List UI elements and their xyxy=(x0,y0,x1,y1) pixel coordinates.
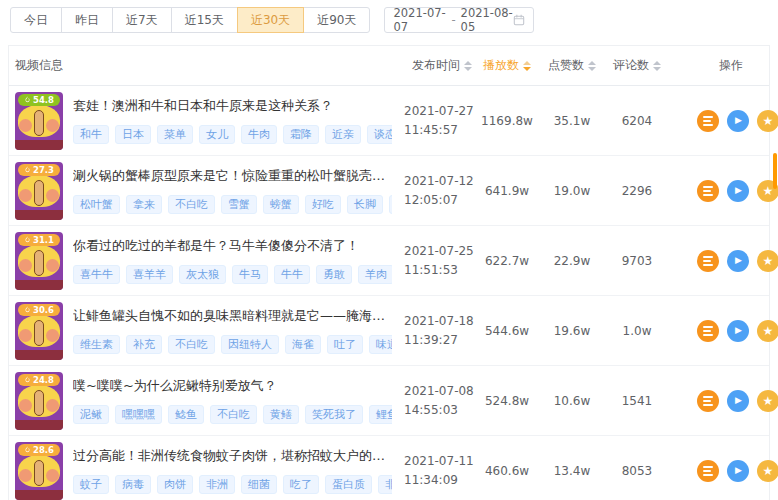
play-video-button[interactable]: ▶ xyxy=(727,390,749,412)
column-header-comment-count[interactable]: 评论数 xyxy=(607,57,667,74)
data-analysis-button[interactable] xyxy=(697,110,719,132)
date-range-start: 2021-07-07 xyxy=(393,6,446,34)
score-badge: 31.1 xyxy=(18,234,60,246)
video-meta: 你看过的吃过的羊都是牛？马牛羊傻傻分不清了！ 喜牛牛喜羊羊灰太狼牛马牛牛勇敢羊肉… xyxy=(73,237,392,284)
sort-carets-icon[interactable] xyxy=(464,61,472,71)
column-label: 操作 xyxy=(719,57,743,74)
video-tag: 因纽特人 xyxy=(221,335,279,354)
bars-icon xyxy=(703,326,713,336)
video-title[interactable]: 过分高能！非洲传统食物蚊子肉饼，堪称招蚊大户的翻身菜！ xyxy=(73,447,392,465)
publish-date: 2021-07-18 xyxy=(404,312,477,331)
quick-range-button-3[interactable]: 近15天 xyxy=(171,7,238,33)
score-badge: 30.6 xyxy=(18,304,60,316)
play-icon: ▶ xyxy=(735,396,742,405)
favorite-button[interactable]: ★ xyxy=(757,390,778,412)
column-header-like-count[interactable]: 点赞数 xyxy=(537,57,607,74)
video-tag: 海雀 xyxy=(285,335,321,354)
video-thumbnail[interactable]: 27.3 xyxy=(15,162,63,220)
video-thumbnail[interactable]: 31.1 xyxy=(15,232,63,290)
video-tag: 好吃 xyxy=(305,195,341,214)
play-icon: ▶ xyxy=(735,116,742,125)
thumbnail-art xyxy=(34,320,44,346)
video-thumbnail[interactable]: 24.8 xyxy=(15,372,63,430)
video-tag: 非洲 xyxy=(199,475,235,494)
column-label: 评论数 xyxy=(613,57,649,74)
like-count: 10.6w xyxy=(537,394,607,408)
score-badge: 24.8 xyxy=(18,374,60,386)
play-count: 622.7w xyxy=(477,254,537,268)
thumbnail-art xyxy=(46,189,59,202)
video-title[interactable]: 让鲱鱼罐头自愧不如的臭味黑暗料理就是它——腌海雀！ xyxy=(73,307,392,325)
favorite-button[interactable]: ★ xyxy=(757,460,778,482)
play-video-button[interactable]: ▶ xyxy=(727,460,749,482)
video-tag: 维生素 xyxy=(73,335,120,354)
quick-range-button-0[interactable]: 今日 xyxy=(10,7,62,33)
actions-cell: ▶ ★ xyxy=(667,460,778,482)
sort-carets-icon[interactable] xyxy=(588,61,596,71)
data-analysis-button[interactable] xyxy=(697,320,719,342)
publish-date: 2021-07-27 xyxy=(404,102,477,121)
date-range-end: 2021-08-05 xyxy=(461,6,514,34)
publish-date: 2021-07-12 xyxy=(404,172,477,191)
publish-time-cell: 2021-07-25 11:51:53 xyxy=(392,242,477,279)
column-header-play-count[interactable]: 播放数 xyxy=(477,57,537,74)
bars-icon xyxy=(703,466,713,476)
table-row: 54.8 套娃！澳洲和牛和日本和牛原来是这种关系？ 和牛日本菜单女儿牛肉霜降近亲… xyxy=(9,86,769,156)
play-video-button[interactable]: ▶ xyxy=(727,180,749,202)
video-thumbnail[interactable]: 54.8 xyxy=(15,92,63,150)
publish-clock: 11:51:53 xyxy=(404,261,477,280)
score-badge: 27.3 xyxy=(18,164,60,176)
favorite-button[interactable]: ★ xyxy=(757,110,778,132)
video-tag: 羊肉 xyxy=(358,265,392,284)
data-analysis-button[interactable] xyxy=(697,390,719,412)
favorite-button[interactable]: ★ xyxy=(757,320,778,342)
star-icon: ★ xyxy=(763,395,774,407)
sort-carets-icon[interactable] xyxy=(523,61,531,71)
tag-list: 蚊子病毒肉饼非洲细菌吃了蛋白质非洲人 xyxy=(73,475,392,494)
data-analysis-button[interactable] xyxy=(697,250,719,272)
like-count: 22.9w xyxy=(537,254,607,268)
date-range-picker[interactable]: 2021-07-07 - 2021-08-05 xyxy=(384,7,534,33)
video-info-cell: 30.6 让鲱鱼罐头自愧不如的臭味黑暗料理就是它——腌海雀！ 维生素补充不白吃因… xyxy=(9,302,392,360)
video-tag: 鲶鱼 xyxy=(168,405,204,424)
play-video-button[interactable]: ▶ xyxy=(727,320,749,342)
quick-range-button-5[interactable]: 近90天 xyxy=(303,7,370,33)
thumbnail-art xyxy=(19,399,32,412)
video-thumbnail[interactable]: 30.6 xyxy=(15,302,63,360)
publish-time-cell: 2021-07-27 11:45:57 xyxy=(392,102,477,139)
column-label: 发布时间 xyxy=(412,57,460,74)
sort-carets-icon[interactable] xyxy=(653,61,661,71)
video-title[interactable]: 涮火锅的蟹棒原型原来是它！惊险重重的松叶蟹脱壳之旅~ xyxy=(73,167,392,185)
thumbnail-art xyxy=(19,469,32,482)
star-icon: ★ xyxy=(763,325,774,337)
column-label: 播放数 xyxy=(483,57,519,74)
quick-range-button-4[interactable]: 近30天 xyxy=(237,7,304,33)
column-header-publish-time[interactable]: 发布时间 xyxy=(392,57,477,74)
column-label: 视频信息 xyxy=(15,57,63,74)
star-icon: ★ xyxy=(763,115,774,127)
play-video-button[interactable]: ▶ xyxy=(727,110,749,132)
data-analysis-button[interactable] xyxy=(697,460,719,482)
quick-range-button-2[interactable]: 近7天 xyxy=(112,7,172,33)
flame-icon xyxy=(24,375,31,384)
publish-clock: 11:39:27 xyxy=(404,331,477,350)
video-tag: 菜单 xyxy=(157,125,193,144)
video-title[interactable]: 噗~噗噗~为什么泥鳅特别爱放气？ xyxy=(73,377,392,395)
data-analysis-button[interactable] xyxy=(697,180,719,202)
score-value: 31.1 xyxy=(33,235,54,245)
thumbnail-art xyxy=(19,189,32,202)
flame-icon xyxy=(24,445,31,454)
video-thumbnail[interactable]: 28.6 xyxy=(15,442,63,500)
video-title[interactable]: 套娃！澳洲和牛和日本和牛原来是这种关系？ xyxy=(73,97,392,115)
video-tag: 牛肉 xyxy=(241,125,277,144)
tag-list: 松叶蟹拿来不白吃雪蟹螃蟹好吃长脚日本蜘蛛蟹 xyxy=(73,195,392,214)
play-video-button[interactable]: ▶ xyxy=(727,250,749,272)
tag-list: 和牛日本菜单女儿牛肉霜降近亲谈恋爱近亲结婚 xyxy=(73,125,392,144)
comment-count: 8053 xyxy=(607,464,667,478)
scrollbar-thumb[interactable] xyxy=(773,153,777,189)
video-tag: 肉饼 xyxy=(157,475,193,494)
video-title[interactable]: 你看过的吃过的羊都是牛？马牛羊傻傻分不清了！ xyxy=(73,237,392,255)
table-row: 31.1 你看过的吃过的羊都是牛？马牛羊傻傻分不清了！ 喜牛牛喜羊羊灰太狼牛马牛… xyxy=(9,226,769,296)
favorite-button[interactable]: ★ xyxy=(757,250,778,272)
quick-range-button-1[interactable]: 昨日 xyxy=(61,7,113,33)
